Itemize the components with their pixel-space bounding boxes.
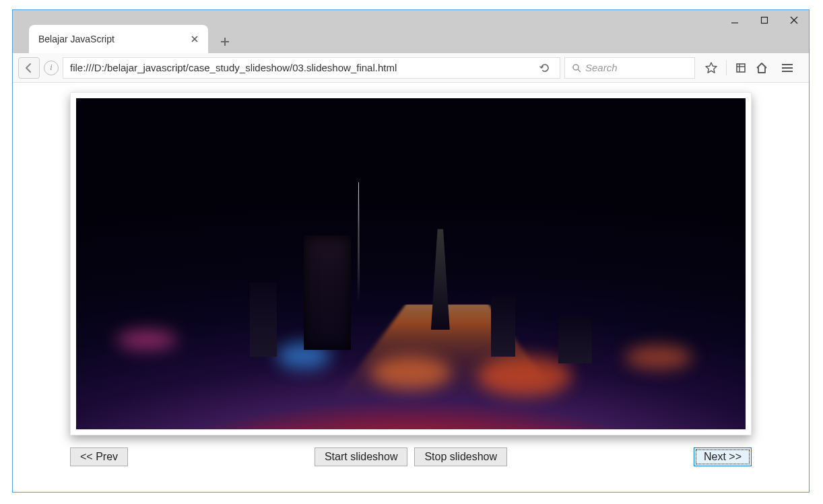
svg-point-1 bbox=[573, 65, 579, 70]
toolbar: i file:///D:/belajar_javascript/case_stu… bbox=[13, 53, 809, 83]
svg-rect-2 bbox=[737, 64, 745, 72]
bookmark-star-icon[interactable] bbox=[704, 61, 718, 75]
tab-title: Belajar JavaScript bbox=[38, 34, 114, 44]
page-content: << Prev Start slideshow Stop slideshow N… bbox=[13, 83, 809, 492]
browser-tab[interactable]: Belajar JavaScript bbox=[29, 25, 208, 53]
url-text: file:///D:/belajar_javascript/case_study… bbox=[70, 62, 537, 73]
browser-window: Belajar JavaScript i file:///D:/belaj bbox=[12, 9, 810, 493]
separator bbox=[726, 61, 727, 75]
maximize-button[interactable] bbox=[750, 10, 779, 30]
titlebar: Belajar JavaScript bbox=[13, 10, 809, 53]
site-info-icon[interactable]: i bbox=[44, 61, 59, 75]
back-button[interactable] bbox=[18, 57, 40, 79]
menu-icon[interactable] bbox=[777, 57, 798, 79]
stop-slideshow-button[interactable]: Stop slideshow bbox=[414, 447, 507, 466]
start-slideshow-button[interactable]: Start slideshow bbox=[315, 447, 408, 466]
slideshow-image-frame bbox=[70, 92, 752, 435]
close-tab-icon[interactable] bbox=[191, 35, 199, 43]
prev-button[interactable]: << Prev bbox=[70, 447, 128, 466]
slideshow-controls: << Prev Start slideshow Stop slideshow N… bbox=[70, 447, 752, 466]
search-bar[interactable]: Search bbox=[564, 57, 695, 79]
window-controls bbox=[720, 10, 809, 30]
minimize-button[interactable] bbox=[720, 10, 750, 30]
home-icon[interactable] bbox=[755, 61, 768, 75]
url-bar[interactable]: file:///D:/belajar_javascript/case_study… bbox=[63, 57, 560, 79]
svg-rect-0 bbox=[762, 17, 768, 24]
search-placeholder: Search bbox=[585, 62, 618, 73]
next-button[interactable]: Next >> bbox=[694, 447, 752, 466]
search-icon bbox=[572, 63, 581, 73]
toolbar-icons bbox=[699, 57, 803, 79]
new-tab-button[interactable] bbox=[215, 32, 235, 52]
library-icon[interactable] bbox=[735, 62, 747, 74]
close-window-button[interactable] bbox=[779, 10, 809, 30]
slideshow-image bbox=[76, 98, 746, 429]
refresh-icon[interactable] bbox=[537, 63, 553, 73]
